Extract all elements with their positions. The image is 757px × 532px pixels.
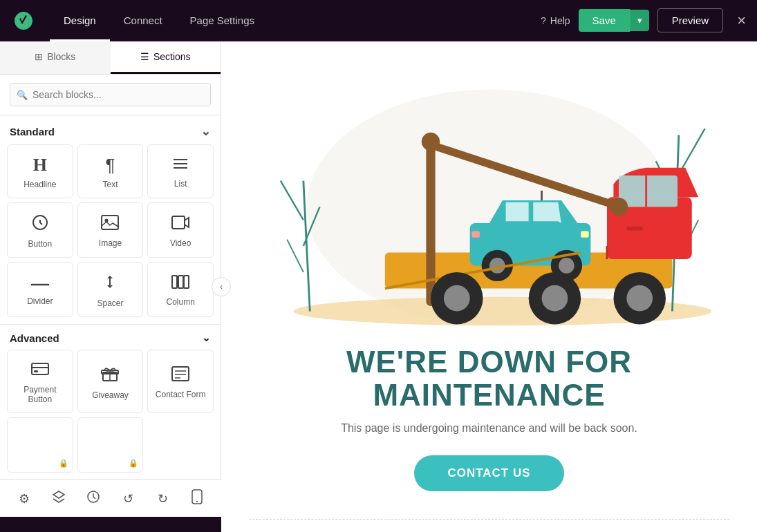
preview-button[interactable]: Preview xyxy=(657,8,723,32)
svg-rect-10 xyxy=(184,276,189,288)
column-icon xyxy=(171,275,189,292)
svg-point-55 xyxy=(541,285,568,312)
save-button[interactable]: Save xyxy=(579,9,630,32)
undo-toolbar-button[interactable]: ↺ xyxy=(114,485,142,513)
block-divider[interactable]: Divider xyxy=(7,262,73,317)
svg-rect-11 xyxy=(32,363,48,374)
block-label: Giveaway xyxy=(92,390,129,400)
blocks-icon: ⊞ xyxy=(35,51,43,62)
block-column[interactable]: Column xyxy=(147,262,214,317)
block-text[interactable]: ¶ Text xyxy=(77,144,144,198)
history-icon xyxy=(86,490,100,507)
block-contact-form[interactable]: Contact Form xyxy=(147,350,214,413)
layers-toolbar-button[interactable] xyxy=(45,485,73,513)
headline-icon: H xyxy=(33,156,47,174)
svg-point-53 xyxy=(443,285,469,312)
block-label: Video xyxy=(170,238,191,248)
maintenance-subtitle: This page is undergoing maintenance and … xyxy=(249,422,729,435)
save-dropdown-button[interactable]: ▾ xyxy=(630,10,649,31)
text-icon: ¶ xyxy=(106,156,115,174)
video-icon xyxy=(171,215,189,233)
block-video[interactable]: Video xyxy=(147,202,214,258)
redo-icon: ↻ xyxy=(158,491,168,506)
lock-icon-1: 🔒 xyxy=(59,459,68,468)
search-input[interactable] xyxy=(10,83,211,106)
svg-rect-46 xyxy=(471,231,479,237)
block-label: Column xyxy=(166,297,194,307)
block-giveaway[interactable]: Giveaway xyxy=(77,350,144,413)
top-nav: Design Connect Page Settings ? Help Save… xyxy=(0,0,757,41)
sidebar-tab-blocks[interactable]: ⊞ Blocks xyxy=(0,41,111,74)
svg-rect-59 xyxy=(626,227,643,231)
payment-button-icon xyxy=(31,361,49,379)
sidebar: ⊞ Blocks ☰ Sections 🔍 Standard ⌄ xyxy=(0,41,221,479)
main-layout: ⊞ Blocks ☰ Sections 🔍 Standard ⌄ xyxy=(0,41,757,532)
canvas-inner: WE'RE DOWN FOR MAINTENANCE This page is … xyxy=(221,41,757,532)
block-label: Payment Button xyxy=(13,385,67,404)
settings-toolbar-button[interactable]: ⚙ xyxy=(10,485,38,513)
history-toolbar-button[interactable] xyxy=(80,485,107,513)
advanced-chevron-icon[interactable]: ⌄ xyxy=(202,332,211,344)
svg-rect-4 xyxy=(102,216,118,229)
lock-icon-2: 🔒 xyxy=(129,459,138,468)
svg-rect-8 xyxy=(172,276,177,288)
redo-toolbar-button[interactable]: ↻ xyxy=(149,485,176,513)
standard-chevron-icon[interactable]: ⌄ xyxy=(200,124,211,139)
svg-point-42 xyxy=(609,198,627,216)
sidebar-tab-sections[interactable]: ☰ Sections xyxy=(111,41,221,74)
advanced-blocks-grid: Payment Button Giveaway Contact Form 🔒 xyxy=(0,350,221,479)
block-label: Divider xyxy=(27,296,53,306)
block-label: Spacer xyxy=(97,298,123,308)
bottom-divider xyxy=(249,519,729,520)
standard-section-header: Standard ⌄ xyxy=(0,115,221,144)
svg-line-31 xyxy=(678,129,704,174)
block-label: Text xyxy=(102,180,118,189)
svg-rect-9 xyxy=(178,276,183,288)
svg-point-41 xyxy=(421,133,439,151)
giveaway-icon xyxy=(101,365,119,385)
tab-connect[interactable]: Connect xyxy=(110,0,176,41)
block-label: Contact Form xyxy=(156,390,206,399)
block-button[interactable]: Button xyxy=(7,202,73,258)
tab-page-settings[interactable]: Page Settings xyxy=(176,0,268,41)
block-locked-2[interactable]: 🔒 xyxy=(77,417,144,473)
list-icon xyxy=(172,157,189,173)
spacer-icon xyxy=(102,274,118,293)
sidebar-collapse-button[interactable]: ‹ xyxy=(212,277,231,296)
block-payment-button[interactable]: Payment Button xyxy=(7,350,73,413)
block-label: List xyxy=(174,179,187,189)
tab-design[interactable]: Design xyxy=(50,0,110,41)
logo xyxy=(11,8,36,33)
sidebar-tab-bar: ⊞ Blocks ☰ Sections xyxy=(0,41,221,75)
help-button[interactable]: ? Help xyxy=(541,15,570,26)
block-spacer[interactable]: Spacer xyxy=(77,262,144,317)
block-label: Image xyxy=(99,238,122,248)
help-icon: ? xyxy=(541,15,546,26)
svg-point-57 xyxy=(626,285,653,312)
block-label: Button xyxy=(28,239,52,249)
divider-icon xyxy=(31,276,49,291)
svg-rect-13 xyxy=(34,370,38,372)
block-locked-1[interactable]: 🔒 xyxy=(7,417,73,473)
svg-line-29 xyxy=(287,240,303,272)
search-icon: 🔍 xyxy=(17,90,28,100)
nav-tabs: Design Connect Page Settings xyxy=(50,0,541,41)
svg-rect-45 xyxy=(581,231,588,237)
mobile-toolbar-button[interactable] xyxy=(183,485,211,513)
svg-rect-6 xyxy=(172,216,185,229)
image-icon xyxy=(101,215,119,233)
svg-rect-17 xyxy=(172,367,189,381)
canvas: WE'RE DOWN FOR MAINTENANCE This page is … xyxy=(221,41,757,532)
block-list[interactable]: List xyxy=(147,144,214,198)
block-headline[interactable]: H Headline xyxy=(7,144,73,198)
undo-icon: ↺ xyxy=(123,491,133,506)
sidebar-outer: ⊞ Blocks ☰ Sections 🔍 Standard ⌄ xyxy=(0,41,221,532)
bottom-toolbar: ⚙ ↺ ↻ xyxy=(0,479,221,517)
contact-us-button[interactable]: CONTACT US xyxy=(414,455,563,491)
standard-blocks-grid: H Headline ¶ Text List But xyxy=(0,144,221,324)
contact-form-icon xyxy=(171,366,189,384)
close-button[interactable]: × xyxy=(737,12,746,30)
mobile-icon xyxy=(191,489,203,508)
block-image[interactable]: Image xyxy=(77,202,144,258)
advanced-section-header: Advanced ⌄ xyxy=(0,324,221,350)
